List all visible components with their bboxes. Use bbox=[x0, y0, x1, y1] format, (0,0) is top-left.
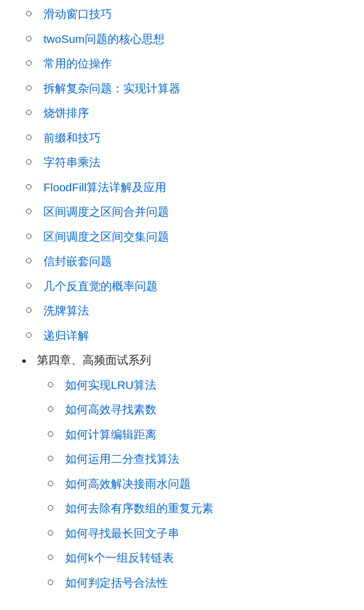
toc-section: 第四章、高频面试系列 如何实现LRU算法如何高效寻找素数如何计算编辑距离如何运用… bbox=[22, 351, 364, 591]
list-item: 如何寻找最长回文子串 bbox=[48, 525, 364, 542]
list-item: 区间调度之区间交集问题 bbox=[26, 228, 364, 246]
list-item: 递归详解 bbox=[26, 327, 364, 344]
list-item: 如何实现LRU算法 bbox=[48, 376, 364, 394]
toc-link[interactable]: 如何高效解决接雨水问题 bbox=[65, 477, 191, 490]
list-item: 如何k个一组反转链表 bbox=[48, 549, 364, 567]
toc-link[interactable]: 如何运用二分查找算法 bbox=[65, 452, 179, 465]
list-item: 区间调度之区间合并问题 bbox=[26, 203, 364, 221]
toc-link[interactable]: 滑动窗口技巧 bbox=[43, 8, 112, 20]
toc-link[interactable]: 前缀和技巧 bbox=[43, 131, 101, 144]
toc-link[interactable]: 如何高效寻找素数 bbox=[65, 403, 156, 416]
toc-outer-list: 第四章、高频面试系列 如何实现LRU算法如何高效寻找素数如何计算编辑距离如何运用… bbox=[0, 351, 364, 591]
list-item: 如何高效解决接雨水问题 bbox=[48, 475, 364, 493]
list-item: 字符串乘法 bbox=[26, 154, 364, 171]
list-item: twoSum问题的核心思想 bbox=[26, 30, 364, 48]
toc-link[interactable]: 如何计算编辑距离 bbox=[65, 428, 156, 441]
toc-link[interactable]: 洗牌算法 bbox=[43, 304, 89, 317]
toc-link[interactable]: 字符串乘法 bbox=[43, 156, 101, 168]
list-item: 滑动窗口技巧 bbox=[26, 5, 364, 23]
toc-link[interactable]: 信封嵌套问题 bbox=[43, 255, 112, 267]
toc-link[interactable]: 区间调度之区间合并问题 bbox=[43, 205, 169, 218]
toc-sublist-section1: 滑动窗口技巧twoSum问题的核心思想常用的位操作拆解复杂问题：实现计算器烧饼排… bbox=[0, 5, 364, 344]
toc-link[interactable]: 如何去除有序数组的重复元素 bbox=[65, 502, 214, 514]
list-item: 如何计算编辑距离 bbox=[48, 426, 364, 443]
toc-link[interactable]: 如何实现LRU算法 bbox=[65, 379, 156, 391]
toc-link[interactable]: 如何判定括号合法性 bbox=[65, 576, 168, 589]
toc-link[interactable]: 如何寻找最长回文子串 bbox=[65, 527, 179, 539]
list-item: 如何去除有序数组的重复元素 bbox=[48, 500, 364, 517]
list-item: 前缀和技巧 bbox=[26, 129, 364, 147]
toc-link[interactable]: 区间调度之区间交集问题 bbox=[43, 230, 169, 243]
list-item: 信封嵌套问题 bbox=[26, 253, 364, 270]
list-item: 如何判定括号合法性 bbox=[48, 574, 364, 592]
list-item: 拆解复杂问题：实现计算器 bbox=[26, 80, 364, 97]
toc-link[interactable]: 几个反直觉的概率问题 bbox=[43, 280, 158, 292]
toc-link[interactable]: 烧饼排序 bbox=[43, 106, 89, 119]
toc-sublist-section2: 如何实现LRU算法如何高效寻找素数如何计算编辑距离如何运用二分查找算法如何高效解… bbox=[37, 376, 364, 592]
list-item: 烧饼排序 bbox=[26, 104, 364, 122]
list-item: 洗牌算法 bbox=[26, 302, 364, 319]
toc-link[interactable]: 常用的位操作 bbox=[43, 57, 112, 70]
list-item: 如何运用二分查找算法 bbox=[48, 450, 364, 468]
toc-link[interactable]: 递归详解 bbox=[43, 329, 89, 342]
toc-link[interactable]: FloodFill算法详解及应用 bbox=[43, 181, 166, 193]
list-item: 几个反直觉的概率问题 bbox=[26, 278, 364, 295]
toc-link[interactable]: 拆解复杂问题：实现计算器 bbox=[43, 82, 180, 95]
toc-link[interactable]: twoSum问题的核心思想 bbox=[43, 33, 165, 45]
list-item: 常用的位操作 bbox=[26, 55, 364, 72]
toc-link[interactable]: 如何k个一组反转链表 bbox=[65, 551, 174, 564]
list-item: 如何高效寻找素数 bbox=[48, 401, 364, 418]
section-title: 第四章、高频面试系列 bbox=[37, 351, 364, 369]
list-item: FloodFill算法详解及应用 bbox=[26, 179, 364, 196]
